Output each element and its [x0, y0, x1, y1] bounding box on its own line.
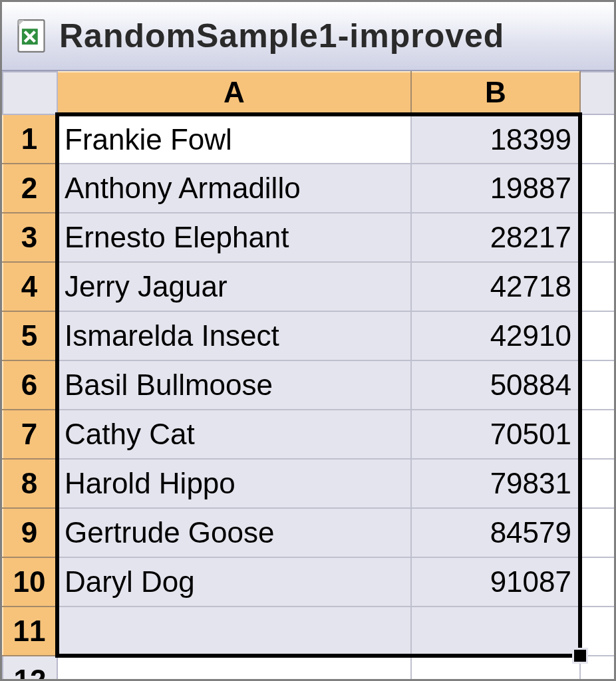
column-header-a[interactable]: A [57, 72, 411, 114]
column-header-b[interactable]: B [411, 72, 580, 114]
cell-a11[interactable] [57, 607, 411, 656]
cell-b1[interactable]: 18399 [411, 114, 580, 164]
cell-b4[interactable]: 42718 [411, 262, 580, 311]
row-header[interactable]: 12 [3, 656, 57, 679]
cell-b8[interactable]: 79831 [411, 459, 580, 508]
selection-fill-handle[interactable] [572, 648, 588, 664]
cell-a5[interactable]: Ismarelda Insect [57, 311, 411, 360]
cell-a3[interactable]: Ernesto Elephant [57, 213, 411, 262]
cell-c9[interactable] [580, 508, 614, 557]
row-header[interactable]: 4 [3, 262, 57, 311]
cell-c3[interactable] [580, 213, 614, 262]
cell-a12[interactable] [57, 656, 411, 679]
table-row: 1 Frankie Fowl 18399 [3, 114, 614, 164]
row-header[interactable]: 6 [3, 360, 57, 410]
column-header-row: A B [3, 72, 614, 114]
cell-b9[interactable]: 84579 [411, 508, 580, 557]
spreadsheet-area[interactable]: A B 1 Frankie Fowl 18399 2 Anthony Armad… [2, 71, 614, 679]
row-header[interactable]: 1 [3, 114, 57, 164]
cell-a9[interactable]: Gertrude Goose [57, 508, 411, 557]
cell-c10[interactable] [580, 557, 614, 607]
table-row: 4 Jerry Jaguar 42718 [3, 262, 614, 311]
table-row: 5 Ismarelda Insect 42910 [3, 311, 614, 360]
cell-a6[interactable]: Basil Bullmoose [57, 360, 411, 410]
cell-a8[interactable]: Harold Hippo [57, 459, 411, 508]
table-row: 12 [3, 656, 614, 679]
row-header[interactable]: 11 [3, 607, 57, 656]
document-title: RandomSample1-improved [59, 17, 504, 55]
cell-b12[interactable] [411, 656, 580, 679]
cell-a2[interactable]: Anthony Armadillo [57, 164, 411, 213]
cell-a1[interactable]: Frankie Fowl [57, 114, 411, 164]
row-header[interactable]: 10 [3, 557, 57, 607]
row-header[interactable]: 9 [3, 508, 57, 557]
cell-b3[interactable]: 28217 [411, 213, 580, 262]
row-header[interactable]: 2 [3, 164, 57, 213]
cell-c6[interactable] [580, 360, 614, 410]
table-row: 7 Cathy Cat 70501 [3, 410, 614, 459]
cell-c1[interactable] [580, 114, 614, 164]
cell-c8[interactable] [580, 459, 614, 508]
cell-b2[interactable]: 19887 [411, 164, 580, 213]
table-row: 10 Daryl Dog 91087 [3, 557, 614, 607]
row-header[interactable]: 8 [3, 459, 57, 508]
titlebar[interactable]: RandomSample1-improved [2, 2, 614, 71]
cell-a10[interactable]: Daryl Dog [57, 557, 411, 607]
cell-b11[interactable] [411, 607, 580, 656]
select-all-corner[interactable] [3, 72, 57, 114]
cell-a4[interactable]: Jerry Jaguar [57, 262, 411, 311]
cell-c2[interactable] [580, 164, 614, 213]
excel-window: RandomSample1-improved A B 1 Frankie Fow… [0, 0, 616, 681]
row-header[interactable]: 5 [3, 311, 57, 360]
cell-c4[interactable] [580, 262, 614, 311]
table-row: 9 Gertrude Goose 84579 [3, 508, 614, 557]
table-row: 8 Harold Hippo 79831 [3, 459, 614, 508]
row-header[interactable]: 3 [3, 213, 57, 262]
cell-b6[interactable]: 50884 [411, 360, 580, 410]
cell-b5[interactable]: 42910 [411, 311, 580, 360]
cell-b10[interactable]: 91087 [411, 557, 580, 607]
cell-c5[interactable] [580, 311, 614, 360]
table-row: 11 [3, 607, 614, 656]
table-row: 6 Basil Bullmoose 50884 [3, 360, 614, 410]
table-row: 2 Anthony Armadillo 19887 [3, 164, 614, 213]
table-row: 3 Ernesto Elephant 28217 [3, 213, 614, 262]
spreadsheet-grid: A B 1 Frankie Fowl 18399 2 Anthony Armad… [2, 71, 614, 679]
cell-b7[interactable]: 70501 [411, 410, 580, 459]
cell-c7[interactable] [580, 410, 614, 459]
excel-document-icon [14, 19, 49, 53]
cell-a7[interactable]: Cathy Cat [57, 410, 411, 459]
column-header-c[interactable] [580, 72, 614, 114]
row-header[interactable]: 7 [3, 410, 57, 459]
